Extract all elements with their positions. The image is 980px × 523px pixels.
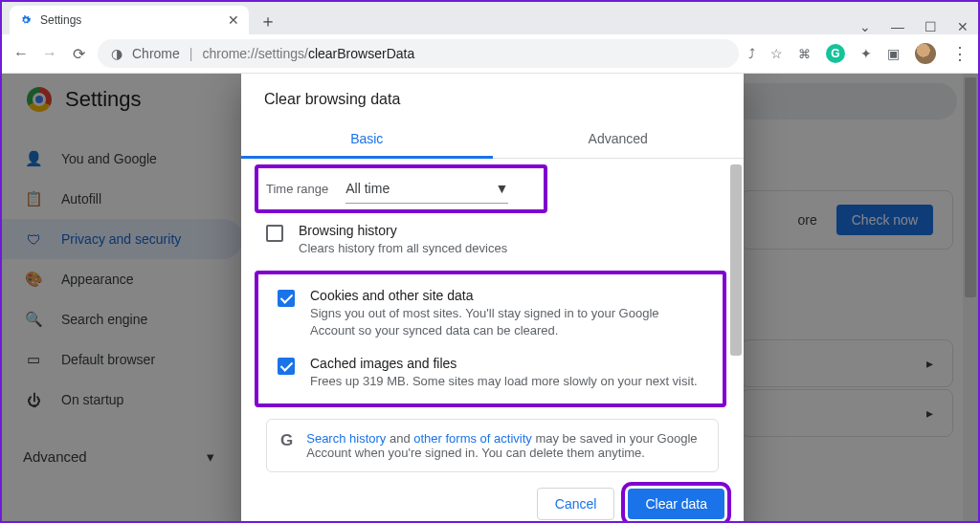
minimize-icon[interactable]: — xyxy=(890,19,905,34)
sidepanel-icon[interactable]: ▣ xyxy=(887,46,900,61)
dropdown-icon: ▼ xyxy=(495,181,508,196)
browser-tab-settings[interactable]: Settings ✕ xyxy=(10,6,249,34)
google-account-info: G Search history and other forms of acti… xyxy=(266,419,719,472)
new-tab-button[interactable]: ＋ xyxy=(255,8,281,34)
back-button[interactable]: ← xyxy=(11,45,31,62)
option-title: Cached images and files xyxy=(310,356,698,371)
reload-button[interactable]: ⟳ xyxy=(69,45,88,63)
close-tab-icon[interactable]: ✕ xyxy=(228,12,239,28)
dialog-title: Clear browsing data xyxy=(241,74,744,120)
option-cache[interactable]: Cached images and files Frees up 319 MB.… xyxy=(262,346,719,396)
tab-strip: Settings ✕ ＋ ⌄ — ☐ ✕ xyxy=(2,2,978,34)
forward-button[interactable]: → xyxy=(40,45,59,62)
google-info-text: Search history and other forms of activi… xyxy=(306,431,704,460)
gear-icon xyxy=(19,13,33,27)
time-range-value: All time xyxy=(345,181,390,196)
option-desc: Frees up 319 MB. Some sites may load mor… xyxy=(310,373,698,390)
profile-avatar[interactable] xyxy=(915,43,936,64)
dialog-tabs: Basic Advanced xyxy=(241,120,744,159)
checkbox-cookies[interactable] xyxy=(278,290,295,307)
other-activity-link[interactable]: other forms of activity xyxy=(413,431,532,446)
option-desc: Clears history from all synced devices xyxy=(299,240,507,257)
checkbox-cache[interactable] xyxy=(278,358,295,375)
checkbox-history[interactable] xyxy=(266,225,283,242)
option-title: Browsing history xyxy=(299,223,507,238)
chrome-chip-icon: ◑ xyxy=(111,46,122,61)
tab-title: Settings xyxy=(40,13,220,27)
toolbar: ← → ⟳ ◑ Chrome | chrome://settings/clear… xyxy=(2,34,978,74)
chrome-chip: Chrome xyxy=(132,46,180,61)
option-title: Cookies and other site data xyxy=(310,288,703,303)
option-cookies[interactable]: Cookies and other site data Signs you ou… xyxy=(262,278,719,345)
menu-icon[interactable]: ⋮ xyxy=(951,43,969,64)
tab-advanced[interactable]: Advanced xyxy=(493,120,745,158)
grammarly-icon[interactable]: G xyxy=(826,44,845,63)
google-logo-icon: G xyxy=(280,431,293,450)
clear-data-button[interactable]: Clear data xyxy=(628,489,724,519)
share-icon[interactable]: ⤴ xyxy=(748,46,755,61)
clear-browsing-data-dialog: Clear browsing data Basic Advanced Time … xyxy=(241,74,744,521)
time-range-label: Time range xyxy=(266,182,328,196)
search-history-link[interactable]: Search history xyxy=(306,431,386,446)
extension-icon[interactable]: ⌘ xyxy=(798,47,811,61)
tab-basic[interactable]: Basic xyxy=(241,120,493,158)
maximize-icon[interactable]: ☐ xyxy=(923,19,938,34)
options-highlight: Cookies and other site data Signs you ou… xyxy=(255,271,726,407)
chevron-down-icon[interactable]: ⌄ xyxy=(858,19,873,34)
scroll-thumb[interactable] xyxy=(730,164,742,356)
time-range-highlight: Time range All time ▼ xyxy=(255,164,547,213)
omnibox-url: chrome://settings/clearBrowserData xyxy=(202,46,414,61)
bookmark-icon[interactable]: ☆ xyxy=(770,46,783,61)
close-window-icon[interactable]: ✕ xyxy=(955,19,970,34)
dialog-actions: Cancel Clear data xyxy=(241,472,744,521)
omnibox-separator: | xyxy=(189,46,193,61)
dialog-scrollbar[interactable] xyxy=(728,164,744,472)
cancel-button[interactable]: Cancel xyxy=(537,488,615,520)
window-controls: ⌄ — ☐ ✕ xyxy=(858,19,970,34)
time-range-select[interactable]: All time ▼ xyxy=(345,174,508,204)
option-desc: Signs you out of most sites. You'll stay… xyxy=(310,305,703,339)
dialog-body: Time range All time ▼ Browsing history C… xyxy=(241,159,744,472)
content-area: Settings 👤 You and Google 📋 Autofill 🛡 P… xyxy=(2,74,978,521)
address-bar[interactable]: ◑ Chrome | chrome://settings/clearBrowse… xyxy=(98,39,739,68)
extensions-puzzle-icon[interactable]: ✦ xyxy=(860,46,872,61)
option-browsing-history[interactable]: Browsing history Clears history from all… xyxy=(251,213,734,263)
